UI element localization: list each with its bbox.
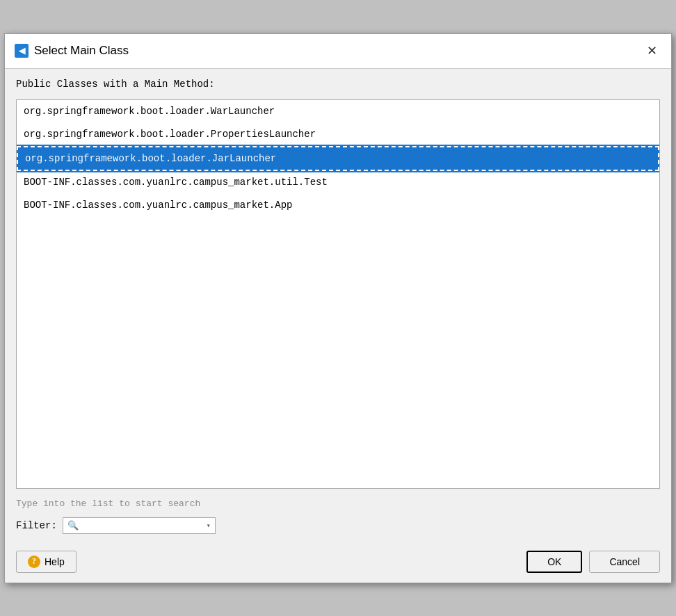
select-main-class-dialog: ◀ Select Main Class ✕ Public Classes wit… xyxy=(4,33,672,583)
dialog-icon: ◀ xyxy=(15,44,29,58)
title-bar-left: ◀ Select Main Class xyxy=(15,44,129,58)
filter-input[interactable] xyxy=(81,520,204,530)
chevron-down-icon[interactable]: ▾ xyxy=(207,521,211,530)
list-item[interactable]: BOOT-INF.classes.com.yuanlrc.campus_mark… xyxy=(17,171,659,194)
help-button[interactable]: ? Help xyxy=(16,551,77,573)
dialog-title: Select Main Class xyxy=(34,44,129,58)
filter-input-wrapper[interactable]: 🔍 ▾ xyxy=(63,517,216,534)
filter-label: Filter: xyxy=(16,520,57,531)
class-list[interactable]: org.springframework.boot.loader.WarLaunc… xyxy=(16,99,660,489)
dialog-footer: ? Help OK Cancel xyxy=(5,544,671,583)
title-bar: ◀ Select Main Class ✕ xyxy=(5,34,671,69)
dialog-body: Public Classes with a Main Method: org.s… xyxy=(5,69,671,544)
search-hint: Type into the list to start search xyxy=(16,499,660,509)
cancel-button[interactable]: Cancel xyxy=(589,551,660,573)
help-icon: ? xyxy=(28,556,40,568)
close-button[interactable]: ✕ xyxy=(642,41,661,60)
filter-row: Filter: 🔍 ▾ xyxy=(16,517,660,534)
search-icon: 🔍 xyxy=(67,520,79,531)
section-label: Public Classes with a Main Method: xyxy=(16,79,660,90)
list-item[interactable]: BOOT-INF.classes.com.yuanlrc.campus_mark… xyxy=(17,194,659,217)
ok-button[interactable]: OK xyxy=(526,551,582,573)
help-label: Help xyxy=(45,556,65,567)
list-item[interactable]: org.springframework.boot.loader.WarLaunc… xyxy=(17,100,659,123)
list-item[interactable]: org.springframework.boot.loader.Properti… xyxy=(17,123,659,146)
list-item[interactable]: org.springframework.boot.loader.JarLaunc… xyxy=(17,146,659,171)
footer-right-buttons: OK Cancel xyxy=(526,551,660,573)
